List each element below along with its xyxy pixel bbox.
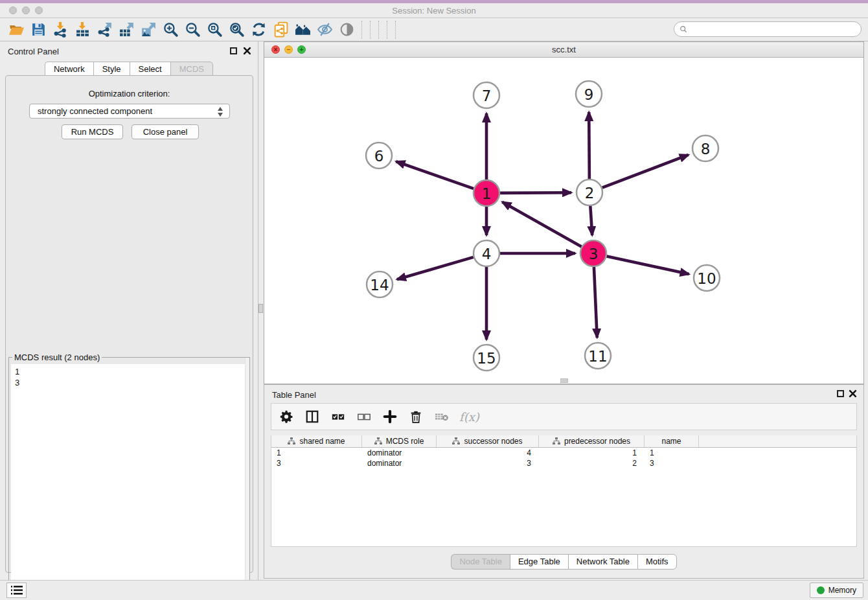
tab-motifs[interactable]: Motifs bbox=[637, 554, 677, 570]
zoom-fit-button[interactable] bbox=[203, 20, 225, 40]
panel-list-icon bbox=[11, 585, 23, 595]
mcds-result-text[interactable]: 1 3 bbox=[11, 364, 247, 600]
table-cell[interactable]: 1 bbox=[539, 448, 645, 458]
graph-node-1[interactable]: 1 bbox=[474, 180, 499, 206]
network-from-file-button[interactable] bbox=[269, 20, 291, 40]
zoom-out-button[interactable] bbox=[181, 20, 203, 40]
function-builder-icon[interactable]: f(x) bbox=[459, 410, 479, 424]
graph-edge-3-1[interactable] bbox=[502, 202, 581, 247]
network-view-window: × – + scc.txt 1234678910111415 bbox=[264, 41, 864, 384]
table-cell[interactable]: 3 bbox=[437, 458, 539, 468]
control-panel: Control Panel NetworkStyleSelectMCDS Opt… bbox=[0, 41, 258, 580]
table-cell[interactable]: dominator bbox=[362, 458, 437, 468]
graph-edge-4-14[interactable] bbox=[397, 257, 474, 279]
add-column-icon[interactable] bbox=[382, 408, 398, 425]
application-window: Session: New Session Control Panel Netwo… bbox=[0, 0, 868, 600]
table-close-panel-icon[interactable] bbox=[849, 389, 857, 398]
network-canvas[interactable]: 1234678910111415 bbox=[264, 58, 863, 384]
graph-node-8[interactable]: 8 bbox=[692, 135, 718, 161]
column-header-shared-name[interactable]: shared name bbox=[271, 435, 362, 447]
export-table-button[interactable] bbox=[115, 20, 137, 40]
graph-edge-1-2[interactable] bbox=[500, 192, 571, 193]
table-cell[interactable]: 1 bbox=[645, 448, 699, 458]
graph-edge-2-3[interactable] bbox=[590, 206, 592, 235]
table-cell[interactable]: 3 bbox=[645, 458, 699, 468]
import-table-button[interactable] bbox=[71, 20, 93, 40]
graph-node-11[interactable]: 11 bbox=[585, 343, 611, 369]
splitter-grip[interactable] bbox=[258, 304, 263, 313]
graph-node-4[interactable]: 4 bbox=[474, 240, 499, 266]
tab-network-table[interactable]: Network Table bbox=[568, 554, 637, 570]
column-header-name[interactable]: name bbox=[645, 435, 699, 447]
tab-edge-table[interactable]: Edge Table bbox=[510, 554, 568, 570]
table-cell[interactable]: 1 bbox=[271, 448, 362, 458]
table-float-panel-icon[interactable] bbox=[837, 390, 844, 397]
main-titlebar[interactable]: Session: New Session bbox=[0, 3, 868, 18]
show-graphics-button[interactable] bbox=[336, 20, 358, 40]
column-header-MCDS-role[interactable]: MCDS role bbox=[362, 435, 437, 447]
show-panels-button[interactable] bbox=[6, 583, 27, 598]
result-scrollbar[interactable] bbox=[245, 358, 249, 600]
graph-node-label: 6 bbox=[374, 148, 384, 165]
graph-node-label: 11 bbox=[588, 348, 607, 365]
delete-table-icon[interactable] bbox=[433, 408, 450, 425]
zoom-in-button[interactable] bbox=[159, 20, 181, 40]
search-input[interactable] bbox=[691, 23, 861, 35]
zoom-selected-icon bbox=[229, 21, 245, 38]
graph-node-14[interactable]: 14 bbox=[367, 271, 393, 297]
column-header-successor-nodes[interactable]: successor nodes bbox=[437, 435, 539, 447]
graph-edge-3-11[interactable] bbox=[594, 267, 597, 338]
home-icon bbox=[295, 21, 311, 38]
delete-column-icon[interactable] bbox=[407, 408, 424, 425]
graph-edge-3-10[interactable] bbox=[607, 256, 689, 274]
table-cell[interactable]: 4 bbox=[437, 448, 539, 458]
show-columns-icon[interactable] bbox=[304, 408, 321, 425]
column-header-label: shared name bbox=[299, 437, 345, 446]
save-session-button[interactable] bbox=[27, 20, 49, 40]
window-title: Session: New Session bbox=[0, 6, 868, 16]
graph-node-10[interactable]: 10 bbox=[694, 265, 720, 291]
graph-node-15[interactable]: 15 bbox=[474, 345, 499, 371]
graph-edge-1-6[interactable] bbox=[396, 161, 474, 189]
graph-node-2[interactable]: 2 bbox=[577, 179, 602, 205]
import-network-button[interactable] bbox=[49, 20, 71, 40]
table-row[interactable]: 3dominator323 bbox=[271, 458, 856, 468]
hide-graphics-button[interactable] bbox=[314, 20, 336, 40]
export-network-button[interactable] bbox=[93, 20, 115, 40]
table-cell[interactable]: 2 bbox=[539, 458, 645, 468]
float-panel-icon[interactable] bbox=[230, 47, 237, 54]
export-image-button[interactable] bbox=[137, 20, 159, 40]
memory-button[interactable]: Memory bbox=[810, 583, 863, 598]
graph-edge-2-9[interactable] bbox=[589, 112, 589, 179]
criterion-select[interactable]: strongly connected component bbox=[29, 104, 230, 119]
select-all-icon[interactable] bbox=[330, 408, 347, 425]
deselect-all-icon[interactable] bbox=[356, 408, 372, 425]
home-button[interactable] bbox=[291, 20, 314, 40]
table-row[interactable]: 1dominator411 bbox=[271, 448, 856, 458]
graph-edge-2-8[interactable] bbox=[602, 155, 689, 188]
export-table-icon bbox=[119, 21, 135, 38]
zoom-selected-button[interactable] bbox=[225, 20, 247, 40]
graph-node-label: 14 bbox=[370, 277, 389, 294]
graph-node-7[interactable]: 7 bbox=[474, 82, 499, 108]
canvas-resize-grip[interactable] bbox=[560, 378, 568, 383]
close-panel-icon[interactable] bbox=[243, 47, 251, 55]
graph-node-3[interactable]: 3 bbox=[580, 240, 606, 266]
network-window-titlebar[interactable]: × – + scc.txt bbox=[264, 42, 863, 58]
search-field[interactable] bbox=[674, 21, 862, 37]
close-panel-button[interactable]: Close panel bbox=[131, 124, 199, 139]
table-settings-gear-icon[interactable] bbox=[278, 408, 295, 425]
graph-node-9[interactable]: 9 bbox=[576, 81, 602, 107]
refresh-button[interactable] bbox=[247, 20, 269, 40]
table-cell[interactable]: 3 bbox=[271, 458, 362, 468]
attribute-tree-icon bbox=[452, 437, 460, 445]
graph-node-6[interactable]: 6 bbox=[366, 143, 392, 168]
open-file-button[interactable] bbox=[5, 20, 27, 40]
table-header-row: shared nameMCDS rolesuccessor nodesprede… bbox=[271, 435, 856, 448]
run-mcds-button[interactable]: Run MCDS bbox=[62, 124, 123, 139]
column-header-predecessor-nodes[interactable]: predecessor nodes bbox=[539, 435, 645, 447]
select-stepper-icon bbox=[217, 107, 224, 117]
table-cell[interactable]: dominator bbox=[362, 448, 437, 458]
column-header-label: name bbox=[661, 437, 681, 446]
tab-node-table[interactable]: Node Table bbox=[451, 554, 510, 570]
